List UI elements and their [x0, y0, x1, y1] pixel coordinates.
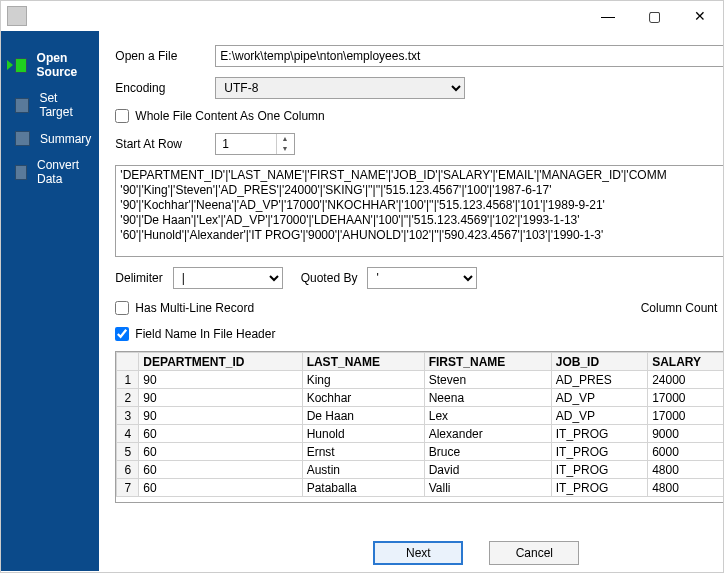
cell[interactable]: 60	[139, 461, 302, 479]
cell[interactable]: 60	[139, 425, 302, 443]
cell[interactable]: 4800	[648, 461, 724, 479]
preview-line: '90'|'De Haan'|'Lex'|'AD_VP'|'17000'|'LD…	[120, 213, 724, 228]
column-header[interactable]: SALARY	[648, 353, 724, 371]
cell[interactable]: 6000	[648, 443, 724, 461]
start-row-spinner[interactable]: ▲▼	[215, 133, 295, 155]
cell[interactable]: Alexander	[424, 425, 551, 443]
content-pane: Open a File ▤ Encoding UTF-8 File Size: …	[99, 31, 724, 571]
preview-line: '90'|'King'|'Steven'|'AD_PRES'|'24000'|'…	[120, 183, 724, 198]
column-header[interactable]: LAST_NAME	[302, 353, 424, 371]
table-row[interactable]: 560ErnstBruceIT_PROG6000BERNST	[117, 443, 724, 461]
encoding-select[interactable]: UTF-8	[215, 77, 465, 99]
table-row[interactable]: 460HunoldAlexanderIT_PROG9000AHUNOLD	[117, 425, 724, 443]
column-header[interactable]: DEPARTMENT_ID	[139, 353, 302, 371]
column-header[interactable]: FIRST_NAME	[424, 353, 551, 371]
cell[interactable]: Neena	[424, 389, 551, 407]
raw-preview[interactable]: 'DEPARTMENT_ID'|'LAST_NAME'|'FIRST_NAME'…	[115, 165, 724, 257]
cell[interactable]: Ernst	[302, 443, 424, 461]
cell[interactable]: Hunold	[302, 425, 424, 443]
cell[interactable]: Bruce	[424, 443, 551, 461]
row-number: 6	[117, 461, 139, 479]
cell[interactable]: Pataballa	[302, 479, 424, 497]
preview-line: '90'|'Kochhar'|'Neena'|'AD_VP'|'17000'|'…	[120, 198, 724, 213]
field-header-label: Field Name In File Header	[135, 327, 275, 341]
minimize-button[interactable]: —	[585, 1, 631, 31]
step-label: Summary	[40, 132, 91, 146]
table-row[interactable]: 290KochharNeenaAD_VP17000NKOCHHA	[117, 389, 724, 407]
quoted-by-label: Quoted By	[301, 271, 358, 285]
cell[interactable]: IT_PROG	[551, 479, 647, 497]
file-path-input[interactable]	[215, 45, 724, 67]
app-icon	[7, 6, 27, 26]
cell[interactable]: 90	[139, 407, 302, 425]
cell[interactable]: 90	[139, 371, 302, 389]
cell[interactable]: 9000	[648, 425, 724, 443]
open-file-label: Open a File	[115, 49, 215, 63]
cell[interactable]: Steven	[424, 371, 551, 389]
close-button[interactable]: ✕	[677, 1, 723, 31]
row-number: 5	[117, 443, 139, 461]
cell[interactable]: IT_PROG	[551, 461, 647, 479]
cancel-button[interactable]: Cancel	[489, 541, 579, 565]
cell[interactable]: King	[302, 371, 424, 389]
spinner-arrows[interactable]: ▲▼	[276, 134, 292, 154]
row-number: 1	[117, 371, 139, 389]
whole-file-label: Whole File Content As One Column	[135, 109, 324, 123]
table-row[interactable]: 390De HaanLexAD_VP17000LDEHAAN	[117, 407, 724, 425]
cell[interactable]: AD_VP	[551, 389, 647, 407]
cell[interactable]: Kochhar	[302, 389, 424, 407]
cell[interactable]: 24000	[648, 371, 724, 389]
cell[interactable]: De Haan	[302, 407, 424, 425]
table-row[interactable]: 760PataballaValliIT_PROG4800VPATABAL	[117, 479, 724, 497]
cell[interactable]: 4800	[648, 479, 724, 497]
quoted-by-select[interactable]: '	[367, 267, 477, 289]
cell[interactable]: Lex	[424, 407, 551, 425]
cell[interactable]: Valli	[424, 479, 551, 497]
delimiter-select[interactable]: |	[173, 267, 283, 289]
cell[interactable]: 60	[139, 443, 302, 461]
title-bar: — ▢ ✕	[1, 1, 723, 31]
column-header[interactable]: JOB_ID	[551, 353, 647, 371]
encoding-label: Encoding	[115, 81, 215, 95]
table-row[interactable]: 190KingStevenAD_PRES24000SKING	[117, 371, 724, 389]
delimiter-label: Delimiter	[115, 271, 162, 285]
preview-line: 'DEPARTMENT_ID'|'LAST_NAME'|'FIRST_NAME'…	[120, 168, 724, 183]
step-summary[interactable]: Summary	[1, 125, 99, 152]
table-row[interactable]: 660AustinDavidIT_PROG4800DAUSTIN	[117, 461, 724, 479]
field-header-checkbox[interactable]	[115, 327, 129, 341]
row-number: 2	[117, 389, 139, 407]
maximize-button[interactable]: ▢	[631, 1, 677, 31]
step-label: Open Source	[37, 51, 92, 79]
multiline-label: Has Multi-Line Record	[135, 301, 254, 315]
cell[interactable]: David	[424, 461, 551, 479]
next-button[interactable]: Next	[373, 541, 463, 565]
whole-file-checkbox[interactable]	[115, 109, 129, 123]
step-set-target[interactable]: Set Target	[1, 85, 99, 125]
cell[interactable]: IT_PROG	[551, 443, 647, 461]
step-open-source[interactable]: Open Source	[1, 45, 99, 85]
cell[interactable]: 17000	[648, 407, 724, 425]
start-row-label: Start At Row	[115, 137, 215, 151]
cell[interactable]: IT_PROG	[551, 425, 647, 443]
step-label: Convert Data	[37, 158, 91, 186]
cell[interactable]: 60	[139, 479, 302, 497]
cell[interactable]: Austin	[302, 461, 424, 479]
cell[interactable]: 17000	[648, 389, 724, 407]
start-row-input[interactable]	[216, 134, 276, 154]
data-grid[interactable]: DEPARTMENT_IDLAST_NAMEFIRST_NAMEJOB_IDSA…	[115, 351, 724, 503]
row-number: 4	[117, 425, 139, 443]
cell[interactable]: AD_PRES	[551, 371, 647, 389]
step-convert-data[interactable]: Convert Data	[1, 152, 99, 192]
wizard-sidebar: Open Source Set Target Summary Convert D…	[1, 31, 99, 571]
grid-corner	[117, 353, 139, 371]
row-number: 3	[117, 407, 139, 425]
preview-line: '60'|'Hunold'|'Alexander'|'IT PROG'|'900…	[120, 228, 724, 243]
cell[interactable]: AD_VP	[551, 407, 647, 425]
row-number: 7	[117, 479, 139, 497]
column-count-label: Column Count	[641, 301, 718, 315]
step-label: Set Target	[39, 91, 91, 119]
cell[interactable]: 90	[139, 389, 302, 407]
multiline-checkbox[interactable]	[115, 301, 129, 315]
